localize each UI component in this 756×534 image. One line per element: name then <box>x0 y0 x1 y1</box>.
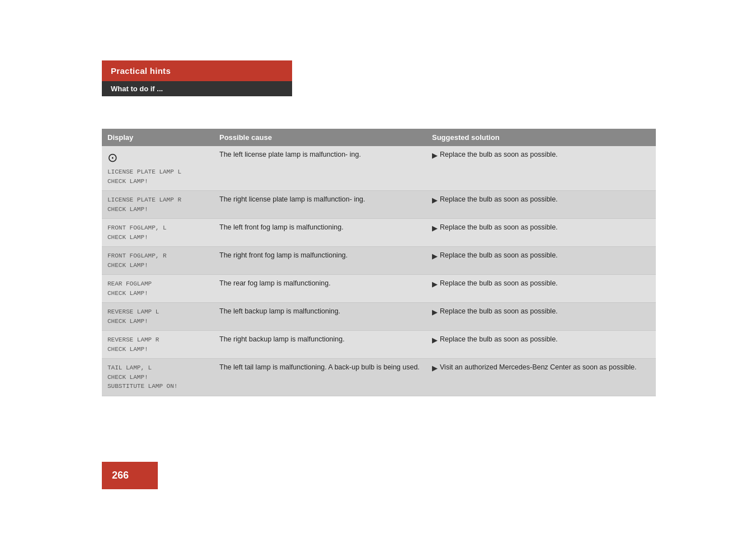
lamp-table: Display Possible cause Suggested solutio… <box>102 129 656 396</box>
cause-cell: The right license plate lamp is malfunct… <box>214 191 426 219</box>
table-row: REVERSE LAMP LCHECK LAMP!The left backup… <box>102 303 656 331</box>
cause-cell: The right backup lamp is malfunctioning. <box>214 331 426 359</box>
solution-content: ▶Visit an authorized Mercedes-Benz Cente… <box>432 363 650 372</box>
solution-content: ▶Replace the bulb as soon as possible. <box>432 307 650 316</box>
arrow-icon: ▶ <box>432 252 438 260</box>
solution-content: ▶Replace the bulb as soon as possible. <box>432 223 650 232</box>
solution-text: Visit an authorized Mercedes-Benz Center… <box>440 363 636 371</box>
solution-text: Replace the bulb as soon as possible. <box>440 195 558 203</box>
cause-cell: The left backup lamp is malfunctioning. <box>214 303 426 331</box>
solution-content: ▶Replace the bulb as soon as possible. <box>432 335 650 344</box>
table-row: LICENSE PLATE LAMP RCHECK LAMP!The right… <box>102 191 656 219</box>
display-cell: FRONT FOGLAMP, RCHECK LAMP! <box>102 247 214 275</box>
cause-cell: The left license plate lamp is malfuncti… <box>214 146 426 191</box>
solution-text: Replace the bulb as soon as possible. <box>440 151 558 158</box>
table-header-row: Display Possible cause Suggested solutio… <box>102 129 656 146</box>
subtitle-text: What to do if ... <box>111 85 163 93</box>
cause-cell: The rear fog lamp is malfunctioning. <box>214 275 426 303</box>
solution-content: ▶Replace the bulb as soon as possible. <box>432 151 650 160</box>
arrow-icon: ▶ <box>432 196 438 204</box>
page-number-block: 266 <box>102 462 158 489</box>
arrow-icon: ▶ <box>432 151 438 160</box>
display-code: LICENSE PLATE LAMP RCHECK LAMP! <box>107 195 208 214</box>
table-row: REVERSE LAMP RCHECK LAMP!The right backu… <box>102 331 656 359</box>
red-bar: Practical hints <box>102 60 292 81</box>
solution-text: Replace the bulb as soon as possible. <box>440 223 558 231</box>
main-content: Display Possible cause Suggested solutio… <box>102 129 656 396</box>
display-code: REVERSE LAMP LCHECK LAMP! <box>107 307 208 326</box>
solution-cell: ▶Replace the bulb as soon as possible. <box>426 331 656 359</box>
solution-cell: ▶Replace the bulb as soon as possible. <box>426 146 656 191</box>
lamp-icon: ⊙ <box>107 151 208 165</box>
solution-cell: ▶Replace the bulb as soon as possible. <box>426 275 656 303</box>
table-row: FRONT FOGLAMP, LCHECK LAMP!The left fron… <box>102 219 656 247</box>
display-code: LICENSE PLATE LAMP LCHECK LAMP! <box>107 167 208 186</box>
solution-content: ▶Replace the bulb as soon as possible. <box>432 279 650 288</box>
table-row: ⊙LICENSE PLATE LAMP LCHECK LAMP!The left… <box>102 146 656 191</box>
solution-text: Replace the bulb as soon as possible. <box>440 335 558 343</box>
solution-text: Replace the bulb as soon as possible. <box>440 279 558 287</box>
solution-text: Replace the bulb as soon as possible. <box>440 307 558 315</box>
cause-cell: The left tail lamp is malfunctioning. A … <box>214 359 426 396</box>
display-code: FRONT FOGLAMP, LCHECK LAMP! <box>107 223 208 242</box>
arrow-icon: ▶ <box>432 308 438 316</box>
table-row: TAIL LAMP, LCHECK LAMP!SUBSTITUTE LAMP O… <box>102 359 656 396</box>
display-code: REAR FOGLAMPCHECK LAMP! <box>107 279 208 298</box>
col-header-display: Display <box>102 129 214 146</box>
table-row: FRONT FOGLAMP, RCHECK LAMP!The right fro… <box>102 247 656 275</box>
solution-content: ▶Replace the bulb as soon as possible. <box>432 195 650 204</box>
display-cell: REVERSE LAMP LCHECK LAMP! <box>102 303 214 331</box>
display-cell: REAR FOGLAMPCHECK LAMP! <box>102 275 214 303</box>
cause-cell: The left front fog lamp is malfunctionin… <box>214 219 426 247</box>
arrow-icon: ▶ <box>432 336 438 344</box>
arrow-icon: ▶ <box>432 280 438 288</box>
display-cell: ⊙LICENSE PLATE LAMP LCHECK LAMP! <box>102 146 214 191</box>
display-code: REVERSE LAMP RCHECK LAMP! <box>107 335 208 354</box>
subtitle-bar: What to do if ... <box>102 81 292 96</box>
col-header-cause: Possible cause <box>214 129 426 146</box>
display-code: TAIL LAMP, LCHECK LAMP!SUBSTITUTE LAMP O… <box>107 363 208 391</box>
display-cell: LICENSE PLATE LAMP RCHECK LAMP! <box>102 191 214 219</box>
display-code: FRONT FOGLAMP, RCHECK LAMP! <box>107 251 208 270</box>
solution-cell: ▶Replace the bulb as soon as possible. <box>426 191 656 219</box>
display-cell: REVERSE LAMP RCHECK LAMP! <box>102 331 214 359</box>
section-title: Practical hints <box>111 66 171 76</box>
display-cell: FRONT FOGLAMP, LCHECK LAMP! <box>102 219 214 247</box>
header-block: Practical hints What to do if ... <box>102 60 292 96</box>
col-header-solution: Suggested solution <box>426 129 656 146</box>
solution-cell: ▶Replace the bulb as soon as possible. <box>426 247 656 275</box>
arrow-icon: ▶ <box>432 224 438 232</box>
solution-cell: ▶Replace the bulb as soon as possible. <box>426 303 656 331</box>
solution-text: Replace the bulb as soon as possible. <box>440 251 558 259</box>
solution-cell: ▶Replace the bulb as soon as possible. <box>426 219 656 247</box>
arrow-icon: ▶ <box>432 364 438 372</box>
display-cell: TAIL LAMP, LCHECK LAMP!SUBSTITUTE LAMP O… <box>102 359 214 396</box>
solution-content: ▶Replace the bulb as soon as possible. <box>432 251 650 260</box>
page-number: 266 <box>112 470 129 481</box>
cause-cell: The right front fog lamp is malfunctioni… <box>214 247 426 275</box>
table-row: REAR FOGLAMPCHECK LAMP!The rear fog lamp… <box>102 275 656 303</box>
solution-cell: ▶Visit an authorized Mercedes-Benz Cente… <box>426 359 656 396</box>
